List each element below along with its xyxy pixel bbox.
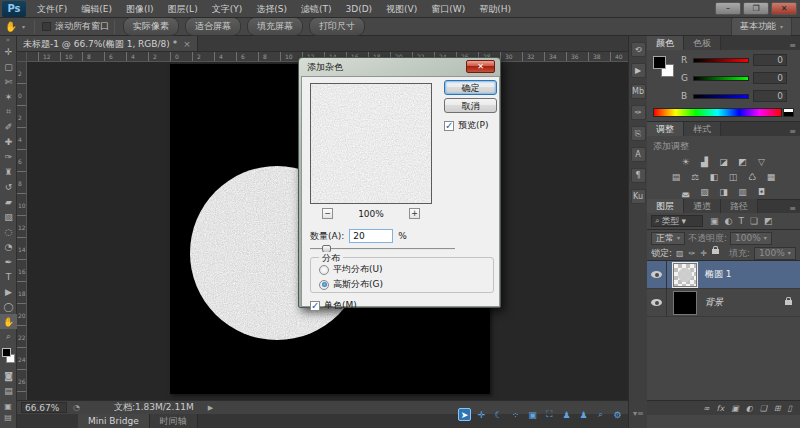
launch-timeline-icon[interactable]: ▤	[4, 413, 12, 422]
filter-shape-layers-icon[interactable]: ❏	[750, 216, 758, 226]
options-button[interactable]: 打印尺寸	[309, 17, 365, 36]
color-balance-icon[interactable]: ⚖	[688, 171, 702, 183]
filter-adjustment-layers-icon[interactable]: ◐	[725, 216, 733, 226]
add-layer-mask-icon[interactable]: ▣	[731, 404, 739, 413]
actions-panel-icon[interactable]: ▶	[631, 63, 646, 78]
eraser-tool[interactable]: ▰	[0, 194, 17, 209]
tab-样式[interactable]: 样式	[684, 122, 721, 136]
tab-路径[interactable]: 路径	[721, 199, 758, 213]
quick-mask-button[interactable]: ◙	[0, 368, 17, 383]
tab-通道[interactable]: 通道	[684, 199, 721, 213]
zoom-tool[interactable]: ⌕	[0, 329, 17, 344]
settings-icon[interactable]: ⚙	[611, 408, 624, 421]
channel-value[interactable]: 0	[753, 54, 787, 66]
visibility-toggle[interactable]	[647, 289, 667, 317]
new-adjustment-layer-icon[interactable]: ◐	[746, 404, 753, 413]
restore-button[interactable]: ❐	[743, 2, 769, 15]
selective-color-icon[interactable]: ◘	[755, 186, 769, 198]
clone-source-panel-icon[interactable]: ⎘	[631, 126, 646, 141]
panel-menu-icon[interactable]: ≡	[789, 127, 800, 136]
workspace-switcher[interactable]: 基本功能▾	[731, 17, 792, 36]
menu-item[interactable]: 帮助(H)	[472, 0, 518, 18]
lock-paint-icon[interactable]: ✑	[689, 249, 696, 258]
status-popup-arrow-icon[interactable]: ▶	[208, 404, 213, 412]
crop-tool[interactable]: ⌗	[0, 104, 17, 119]
healing-brush-tool[interactable]: ✚	[0, 134, 17, 149]
cancel-button[interactable]: 取消	[444, 98, 497, 113]
menu-item[interactable]: 视图(V)	[379, 0, 424, 18]
opacity-select[interactable]: 100% ▾	[730, 232, 772, 245]
menu-item[interactable]: 3D(D)	[338, 0, 379, 18]
panel-menu-icon[interactable]: ≡	[789, 41, 800, 50]
lock-move-icon[interactable]: ✛	[700, 249, 707, 258]
amount-input[interactable]: 20	[349, 229, 393, 243]
kuler-panel-icon[interactable]: Ku	[631, 189, 646, 204]
zoom-out-button[interactable]: −	[322, 208, 333, 219]
curves-icon[interactable]: ◪	[717, 156, 731, 168]
pointer-icon[interactable]: ➤	[458, 408, 471, 421]
eyedropper-tool[interactable]: ✐	[0, 119, 17, 134]
layer-row[interactable]: 椭圆 1	[647, 261, 800, 289]
tab-close-icon[interactable]: ×	[183, 36, 191, 52]
panel-menu-icon[interactable]: ≡	[789, 204, 800, 213]
visibility-toggle[interactable]	[647, 261, 667, 289]
character-panel-icon[interactable]: A	[631, 147, 646, 162]
marquee-tool[interactable]: ▢	[0, 59, 17, 74]
bottom-tab-时间轴[interactable]: 时间轴	[150, 414, 198, 428]
monochromatic-checkbox[interactable]	[310, 301, 320, 311]
person-b-icon[interactable]: ♟	[577, 408, 590, 421]
minimize-button[interactable]: –	[715, 2, 741, 15]
clone-stamp-tool[interactable]: ♜	[0, 164, 17, 179]
search-icon[interactable]: ⌕	[594, 408, 607, 421]
filter-type-layers-icon[interactable]: T	[738, 216, 744, 226]
spectrum-bw-swatches[interactable]	[783, 108, 794, 117]
dots-icon[interactable]: ⁘	[509, 408, 522, 421]
options-button[interactable]: 实际像素	[123, 17, 179, 36]
gaussian-radio[interactable]	[319, 280, 329, 290]
brightness-contrast-icon[interactable]: ☀	[679, 156, 693, 168]
photo-filter-icon[interactable]: ◫	[726, 171, 740, 183]
menu-item[interactable]: 编辑(E)	[74, 0, 119, 18]
channel-slider[interactable]	[693, 94, 749, 99]
document-size-info[interactable]: 文档:1.83M/2.11M	[114, 401, 194, 414]
toolbar-grip[interactable]: »	[0, 36, 16, 44]
move-tool[interactable]: ✛	[0, 44, 17, 59]
fill-select[interactable]: 100% ▾	[754, 247, 796, 260]
layer-name[interactable]: 背景	[705, 296, 723, 309]
menu-item[interactable]: 文字(Y)	[205, 0, 250, 18]
bottom-tab-Mini Bridge[interactable]: Mini Bridge	[78, 414, 150, 428]
black-white-icon[interactable]: ◧	[707, 171, 721, 183]
history-panel-icon[interactable]: ⟲	[631, 42, 646, 57]
scroll-all-windows-checkbox[interactable]	[42, 22, 51, 31]
path-select-tool[interactable]: ▶	[0, 284, 17, 299]
dialog-close-button[interactable]: ✕	[466, 60, 495, 73]
posterize-icon[interactable]: ▨	[698, 186, 712, 198]
mini-bridge-panel-icon[interactable]: Mb	[631, 84, 646, 99]
gradient-map-icon[interactable]: ▥	[736, 186, 750, 198]
pen-tool[interactable]: ✒	[0, 254, 17, 269]
channel-slider[interactable]	[693, 76, 749, 81]
lock-all-icon[interactable]	[712, 249, 719, 254]
layer-style-icon[interactable]: fx	[717, 404, 725, 413]
hand-tool-icon[interactable]: ✋	[0, 21, 22, 32]
delete-layer-icon[interactable]: ▯	[788, 404, 792, 413]
link-layers-icon[interactable]: ∞	[703, 404, 710, 413]
vibrance-icon[interactable]: ▽	[755, 156, 769, 168]
hue-saturation-icon[interactable]: ▤	[669, 171, 683, 183]
foreground-color-swatch[interactable]	[2, 348, 11, 357]
panel-foreground-swatch[interactable]	[653, 56, 666, 69]
tab-颜色[interactable]: 颜色	[647, 36, 684, 50]
threshold-icon[interactable]: ◨	[717, 186, 731, 198]
brush-tool[interactable]: ✑	[0, 149, 17, 164]
tab-图层[interactable]: 图层	[647, 199, 684, 213]
options-button[interactable]: 填充屏幕	[247, 17, 303, 36]
type-tool[interactable]: T	[0, 269, 17, 284]
filter-smart-objects-icon[interactable]: ◩	[764, 216, 773, 226]
rotate-view-icon[interactable]: ☾	[492, 408, 505, 421]
color-lookup-icon[interactable]: ▦	[764, 171, 778, 183]
gradient-tool[interactable]: ▧	[0, 209, 17, 224]
channel-value[interactable]: 0	[753, 72, 787, 84]
ok-button[interactable]: 确定	[444, 80, 497, 95]
channel-slider[interactable]	[693, 58, 749, 63]
lock-transparency-icon[interactable]: ▨	[676, 249, 684, 258]
